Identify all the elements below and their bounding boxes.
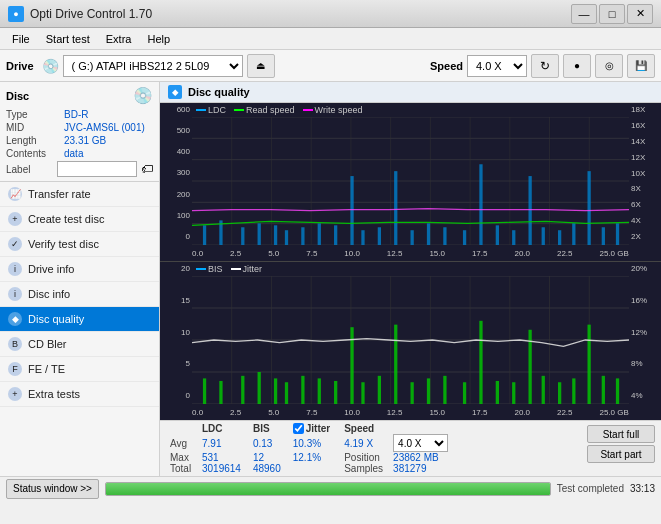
nav-transfer-rate[interactable]: 📈 Transfer rate (0, 182, 159, 207)
disc-quality-header: ◆ Disc quality (160, 82, 661, 103)
stats-avg-row: Avg 7.91 0.13 10.3% 4.19 X 4.0 X (166, 434, 450, 452)
status-window-button[interactable]: Status window >> (6, 479, 99, 499)
avg-ldc: 7.91 (196, 434, 247, 452)
disc-fields: Type BD-R MID JVC-AMS6L (001) Length 23.… (6, 109, 153, 177)
nav-drive-info[interactable]: i Drive info (0, 257, 159, 282)
stats-max-row: Max 531 12 12.1% Position 23862 MB (166, 452, 450, 463)
disc-type-row: Type BD-R (6, 109, 153, 120)
transfer-rate-icon: 📈 (8, 187, 22, 201)
svg-rect-81 (558, 382, 561, 404)
svg-rect-74 (443, 376, 446, 404)
start-full-button[interactable]: Start full (587, 425, 655, 443)
svg-rect-19 (241, 227, 244, 245)
save-button[interactable]: 💾 (627, 54, 655, 78)
nav-disc-info[interactable]: i Disc info (0, 282, 159, 307)
svg-rect-78 (512, 382, 515, 404)
speed-select[interactable]: 4.0 X (467, 55, 527, 77)
svg-rect-59 (203, 378, 206, 404)
menu-extra[interactable]: Extra (98, 31, 140, 47)
refresh-button[interactable]: ↻ (531, 54, 559, 78)
samples-label: Samples (336, 463, 391, 474)
nav-drive-info-label: Drive info (28, 263, 74, 275)
nav-extra-tests[interactable]: + Extra tests (0, 382, 159, 407)
max-ldc: 531 (196, 452, 247, 463)
disc-label-row: Label 🏷 (6, 161, 153, 177)
speed-label: Speed (430, 60, 463, 72)
bis-header: BIS (247, 423, 287, 434)
write-speed-legend: Write speed (303, 105, 363, 115)
progress-bar-fill (106, 483, 550, 495)
scan-button[interactable]: ◎ (595, 54, 623, 78)
eject-button[interactable]: ⏏ (247, 54, 275, 78)
svg-rect-39 (558, 230, 561, 245)
drive-icon: 💿 (42, 58, 59, 74)
nav-extra-tests-label: Extra tests (28, 388, 80, 400)
svg-rect-34 (479, 164, 482, 245)
jitter-checkbox[interactable] (293, 423, 304, 434)
svg-rect-37 (528, 176, 531, 245)
menu-bar: File Start test Extra Help (0, 28, 661, 50)
nav-cd-bler[interactable]: B CD Bler (0, 332, 159, 357)
read-speed-legend: Read speed (234, 105, 295, 115)
nav-transfer-rate-label: Transfer rate (28, 188, 91, 200)
nav-verify-test-disc-label: Verify test disc (28, 238, 99, 250)
speed-select-cell: 4.0 X (391, 434, 450, 452)
stats-bar: LDC BIS Jitter Speed Avg 7.91 0.13 10.3% (160, 420, 661, 476)
label-action-icon[interactable]: 🏷 (141, 162, 153, 176)
nav-disc-quality[interactable]: ◆ Disc quality (0, 307, 159, 332)
disc-quality-icon: ◆ (8, 312, 22, 326)
drive-select[interactable]: ( G:) ATAPI iHBS212 2 5L09 (63, 55, 243, 77)
svg-rect-40 (572, 223, 575, 245)
speed-val: 4.19 X (336, 434, 391, 452)
start-buttons: Start full Start part (587, 425, 655, 463)
svg-rect-65 (301, 376, 304, 404)
maximize-button[interactable]: □ (599, 4, 625, 24)
max-label: Max (166, 452, 196, 463)
svg-rect-29 (394, 171, 397, 245)
speed-header: Speed (336, 423, 391, 434)
position-label: Position (336, 452, 391, 463)
disc-contents-row: Contents data (6, 148, 153, 159)
minimize-button[interactable]: — (571, 4, 597, 24)
nav-fe-te[interactable]: F FE / TE (0, 357, 159, 382)
lower-chart-legend: BIS Jitter (196, 264, 262, 274)
svg-rect-17 (203, 225, 206, 245)
svg-rect-26 (350, 176, 353, 245)
svg-rect-32 (443, 227, 446, 245)
start-part-button[interactable]: Start part (587, 445, 655, 463)
jitter-legend: Jitter (231, 264, 263, 274)
app-icon: ● (8, 6, 24, 22)
label-input[interactable] (57, 161, 137, 177)
menu-help[interactable]: Help (139, 31, 178, 47)
window-controls: — □ ✕ (571, 4, 653, 24)
ldc-header: LDC (196, 423, 247, 434)
nav-create-test-disc[interactable]: + Create test disc (0, 207, 159, 232)
menu-file[interactable]: File (4, 31, 38, 47)
status-area: Status window >> Test completed 33:13 (0, 476, 661, 500)
progress-bar-container (105, 482, 551, 496)
toolbar: Drive 💿 ( G:) ATAPI iHBS212 2 5L09 ⏏ Spe… (0, 50, 661, 82)
speed-stats-select[interactable]: 4.0 X (393, 434, 448, 452)
svg-rect-61 (241, 376, 244, 404)
nav-verify-test-disc[interactable]: ✓ Verify test disc (0, 232, 159, 257)
length-label: Length (6, 135, 64, 146)
cd-bler-icon: B (8, 337, 22, 351)
total-label: Total (166, 463, 196, 474)
jitter-header-label: Jitter (306, 423, 330, 434)
svg-rect-80 (542, 376, 545, 404)
label-label: Label (6, 164, 53, 175)
svg-rect-36 (512, 230, 515, 245)
charts-area: LDC Read speed Write speed 6005004003002… (160, 103, 661, 420)
menu-start-test[interactable]: Start test (38, 31, 98, 47)
dq-icon: ◆ (168, 85, 182, 99)
svg-rect-42 (602, 227, 605, 245)
burn-button[interactable]: ● (563, 54, 591, 78)
svg-rect-72 (411, 382, 414, 404)
max-jitter: 12.1% (287, 452, 336, 463)
upper-chart-svg (192, 117, 629, 245)
read-speed-legend-label: Read speed (246, 105, 295, 115)
svg-rect-75 (463, 382, 466, 404)
close-button[interactable]: ✕ (627, 4, 653, 24)
lower-chart-container: BIS Jitter 20151050 20%16%12%8%4% 0.02.5… (160, 261, 661, 420)
total-bis: 48960 (247, 463, 287, 474)
